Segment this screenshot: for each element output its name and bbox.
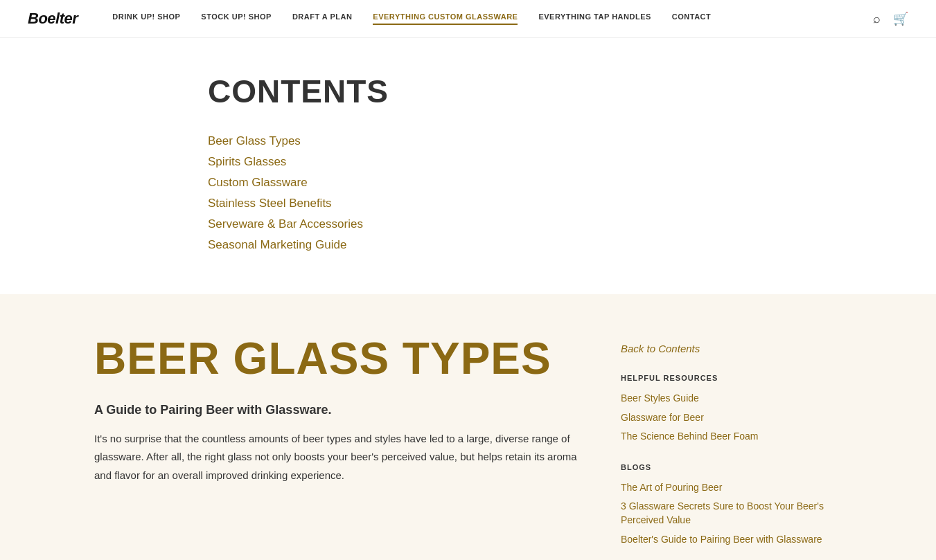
cart-icon[interactable]: 🛒 bbox=[893, 11, 908, 26]
contents-link-stainless-steel[interactable]: Stainless Steel Benefits bbox=[208, 197, 908, 210]
contents-section: CONTENTS Beer Glass Types Spirits Glasse… bbox=[0, 38, 936, 294]
helpful-resources-title: HELPFUL RESOURCES bbox=[621, 374, 842, 382]
left-content: BEER GLASS TYPES A Guide to Pairing Beer… bbox=[94, 336, 579, 560]
nav-links: DRINK UP! SHOP STOCK UP! SHOP DRAFT A PL… bbox=[112, 12, 873, 25]
blog-link-glassware-secrets[interactable]: 3 Glassware Secrets Sure to Boost Your B… bbox=[621, 500, 842, 527]
contents-link-beer-glass-types[interactable]: Beer Glass Types bbox=[208, 134, 908, 148]
nav-contact[interactable]: CONTACT bbox=[672, 12, 711, 25]
search-icon[interactable]: ⌕ bbox=[873, 12, 881, 26]
back-to-contents-link[interactable]: Back to Contents bbox=[621, 343, 842, 354]
contents-title: CONTENTS bbox=[208, 73, 908, 110]
contents-link-custom-glassware[interactable]: Custom Glassware bbox=[208, 176, 908, 190]
contents-link-spirits-glasses[interactable]: Spirits Glasses bbox=[208, 155, 908, 169]
helpful-link-beer-foam[interactable]: The Science Behind Beer Foam bbox=[621, 430, 842, 444]
beer-glass-types-title: BEER GLASS TYPES bbox=[94, 336, 579, 382]
helpful-link-glassware-for-beer[interactable]: Glassware for Beer bbox=[621, 411, 842, 425]
nav-drink-up[interactable]: DRINK UP! SHOP bbox=[112, 12, 180, 25]
main-section: BEER GLASS TYPES A Guide to Pairing Beer… bbox=[0, 294, 936, 560]
nav-stock-up[interactable]: STOCK UP! SHOP bbox=[201, 12, 272, 25]
blog-link-art-of-pouring[interactable]: The Art of Pouring Beer bbox=[621, 481, 842, 495]
helpful-resources-links: Beer Styles Guide Glassware for Beer The… bbox=[621, 392, 842, 444]
blogs-links: The Art of Pouring Beer 3 Glassware Secr… bbox=[621, 481, 842, 546]
contents-link-serveware[interactable]: Serveware & Bar Accessories bbox=[208, 217, 908, 231]
nav-tap-handles[interactable]: EVERYTHING TAP HANDLES bbox=[538, 12, 651, 25]
body-text: It's no surprise that the countless amou… bbox=[94, 430, 579, 485]
contents-links: Beer Glass Types Spirits Glasses Custom … bbox=[208, 134, 908, 252]
blog-link-boelter-guide[interactable]: Boelter's Guide to Pairing Beer with Gla… bbox=[621, 533, 842, 547]
logo[interactable]: Boelter bbox=[28, 10, 78, 28]
nav-draft-plan[interactable]: DRAFT A PLAN bbox=[292, 12, 352, 25]
blogs-section: BLOGS The Art of Pouring Beer 3 Glasswar… bbox=[621, 463, 842, 546]
contents-link-seasonal[interactable]: Seasonal Marketing Guide bbox=[208, 238, 908, 252]
right-sidebar: Back to Contents HELPFUL RESOURCES Beer … bbox=[621, 336, 842, 560]
nav-icons: ⌕ 🛒 bbox=[873, 11, 908, 26]
main-nav: Boelter DRINK UP! SHOP STOCK UP! SHOP DR… bbox=[0, 0, 936, 38]
blogs-title: BLOGS bbox=[621, 463, 842, 471]
nav-custom-glassware[interactable]: EVERYTHING CUSTOM GLASSWARE bbox=[373, 12, 518, 25]
subtitle: A Guide to Pairing Beer with Glassware. bbox=[94, 403, 579, 417]
helpful-resources-section: HELPFUL RESOURCES Beer Styles Guide Glas… bbox=[621, 374, 842, 444]
helpful-link-beer-styles[interactable]: Beer Styles Guide bbox=[621, 392, 842, 406]
